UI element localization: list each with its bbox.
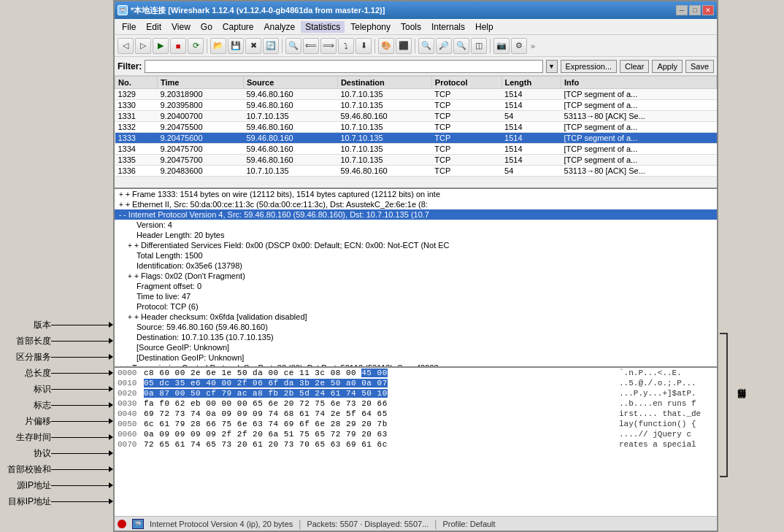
menu-bar: File Edit View Go Capture Analyze Statis… [115,19,717,35]
menu-go[interactable]: Go [196,21,217,33]
toolbar-open-btn[interactable]: 📂 [210,38,226,54]
toolbar: ◁ ▷ ▶ ■ ⟳ 📂 💾 ✖ 🔄 🔍 ⟸ ⟹ ⤵ ⬇ 🎨 ⬛ 🔍 🔎 🔍 ◫ [115,35,717,57]
col-protocol[interactable]: Protocol [431,77,501,89]
menu-capture[interactable]: Capture [218,21,258,33]
col-no[interactable]: No. [115,77,158,89]
toolbar-restart-btn[interactable]: ⟳ [188,38,204,54]
status-bar: 🦈 Internet Protocol Version 4 (ip), 20 b… [115,516,717,531]
annotation-label-fragment-offset: 片偏移 [0,415,51,428]
toolbar-decode-btn[interactable]: ⬛ [396,38,412,54]
hex-row: 001005 dc 35 e6 40 00 2f 06 6f da 3b 2e … [115,378,717,388]
toolbar-reload-btn[interactable]: 🔄 [263,38,279,54]
filter-clear-btn[interactable]: Clear [620,60,649,73]
profile-info: Profile: Default [442,520,495,528]
hex-row: 00600a 09 09 09 09 2f 2f 20 6a 51 75 65 … [115,429,717,439]
toolbar-prev-btn[interactable]: ⟸ [303,38,319,54]
hex-dump: 0000c8 60 00 2e 6e 1e 50 da 00 ce 11 3c … [115,368,717,516]
toolbar-save-btn[interactable]: 💾 [228,38,244,54]
detail-row[interactable]: + Ethernet II, Src: 50:da:00:ce:11:3c (5… [115,199,717,209]
table-row[interactable]: 13309.2039580059.46.80.16010.7.10.135TCP… [115,100,717,111]
annotation-label-dst-ip: 目标IP地址 [0,496,51,508]
toolbar-close-btn[interactable]: ✖ [245,38,261,54]
toolbar-resize-btn[interactable]: ◫ [471,38,487,54]
table-row[interactable]: 13339.2047560059.46.80.16010.7.10.135TCP… [115,133,717,144]
detail-row: Identification: 0x35e6 (13798) [115,261,717,271]
minimize-button[interactable]: ─ [676,5,688,15]
toolbar-find-btn[interactable]: 🔍 [285,38,301,54]
detail-row: Source: 59.46.80.160 (59.46.80.160) [115,322,717,332]
menu-view[interactable]: View [167,21,195,33]
title-bar: 🦈 *本地连接 [Wireshark 1.12.4 (v1.12.4-0-gb4… [115,1,717,19]
detail-row[interactable]: + Differentiated Services Field: 0x00 (D… [115,240,717,250]
hex-row: 004069 72 73 74 0a 09 09 09 74 68 61 74 … [115,409,717,419]
menu-internals[interactable]: Internals [427,21,469,33]
menu-statistics[interactable]: Statistics [301,21,345,33]
annotation-ttl: 生存时间 [0,429,113,445]
table-row[interactable]: 13299.2031890059.46.80.16010.7.10.135TCP… [115,89,717,100]
detail-row[interactable]: + Transmission Control Protocol, Src Por… [115,363,717,368]
filter-input[interactable] [145,60,542,73]
hex-row: 0030fa f0 62 eb 00 00 00 65 6e 20 72 75 … [115,398,717,409]
annotation-label-identification: 标识 [0,383,51,396]
detail-row: - Internet Protocol Version 4, Src: 59.4… [115,209,717,220]
packet-list[interactable]: No. Time Source Destination Protocol Len… [115,76,717,189]
detail-row: Version: 4 [115,220,717,230]
col-time[interactable]: Time [157,77,243,89]
close-button[interactable]: ✕ [702,5,714,15]
col-length[interactable]: Length [501,77,561,89]
toolbar-next-btn[interactable]: ⟹ [320,38,337,54]
detail-row: Destination: 10.7.10.135 (10.7.10.135) [115,332,717,342]
menu-file[interactable]: File [118,21,140,33]
toolbar-zoom-in-btn[interactable]: 🔍 [418,38,434,54]
table-row[interactable]: 13349.2047570059.46.80.16010.7.10.135TCP… [115,144,717,155]
annotation-label-flags: 标志 [0,399,51,412]
toolbar-goto-btn[interactable]: ⤵ [338,38,354,54]
toolbar-settings-btn[interactable]: ⚙ [511,38,527,54]
table-row[interactable]: 13329.2047550059.46.80.16010.7.10.135TCP… [115,122,717,133]
toolbar-start-btn[interactable]: ▶ [153,38,169,54]
toolbar-more[interactable]: » [529,42,537,50]
detail-row: Header Length: 20 bytes [115,230,717,240]
col-info[interactable]: Info [561,77,717,89]
annotation-diff-services: 区分服务 [0,349,113,365]
annotation-label-total-length: 总长度 [0,367,51,379]
table-row[interactable]: 13319.2040070010.7.10.13559.46.80.160TCP… [115,111,717,122]
menu-help[interactable]: Help [471,21,498,33]
col-source[interactable]: Source [243,77,337,89]
table-row[interactable]: 13359.2047570059.46.80.16010.7.10.135TCP… [115,155,717,166]
filter-expression-btn[interactable]: Expression... [561,60,618,73]
window-title: *本地连接 [Wireshark 1.12.4 (v1.12.4-0-gb486… [131,5,385,16]
detail-row[interactable]: + Frame 1333: 1514 bytes on wire (12112 … [115,189,717,199]
toolbar-zoom-out-btn[interactable]: 🔎 [436,38,452,54]
packet-count: Packets: 5507 · Displayed: 5507... [307,520,428,528]
menu-telephony[interactable]: Telephony [346,21,395,33]
toolbar-colorize-btn[interactable]: 🎨 [378,38,394,54]
annotation-dst-ip: 目标IP地址 [0,493,113,509]
maximize-button[interactable]: □ [689,5,701,15]
toolbar-zoom-reset-btn[interactable]: 🔍 [453,38,469,54]
menu-edit[interactable]: Edit [142,21,166,33]
detail-row: [Source GeoIP: Unknown] [115,342,717,352]
filter-dropdown[interactable]: ▼ [546,60,558,73]
toolbar-back-btn[interactable]: ◁ [118,38,134,54]
detail-row[interactable]: + Flags: 0x02 (Don't Fragment) [115,271,717,281]
toolbar-forward-btn[interactable]: ▷ [135,38,151,54]
detail-row[interactable]: + Header checksum: 0x6fda [validation di… [115,312,717,322]
hex-row: 00200a 87 00 50 cf 79 ac a8 fb 2b 5d 24 … [115,388,717,398]
detail-row: Total Length: 1500 [115,250,717,261]
network-layer-bracket [718,332,733,478]
menu-analyze[interactable]: Analyze [260,21,300,33]
annotation-identification: 标识 [0,381,113,397]
toolbar-scroll-btn[interactable]: ⬇ [356,38,372,54]
main-window: 🦈 *本地连接 [Wireshark 1.12.4 (v1.12.4-0-gb4… [113,0,718,532]
toolbar-sep3 [374,39,375,53]
filter-apply-btn[interactable]: Apply [652,60,683,73]
annotation-fragment-offset: 片偏移 [0,413,113,429]
menu-tools[interactable]: Tools [396,21,426,33]
filter-save-btn[interactable]: Save [685,60,714,73]
table-row[interactable]: 13369.2048360010.7.10.13559.46.80.160TCP… [115,166,717,177]
toolbar-stop-btn[interactable]: ■ [170,38,186,54]
toolbar-capture-filter-btn[interactable]: 📷 [493,38,510,54]
col-destination[interactable]: Destination [337,77,431,89]
hex-row: 007072 65 61 74 65 73 20 61 20 73 70 65 … [115,439,717,450]
